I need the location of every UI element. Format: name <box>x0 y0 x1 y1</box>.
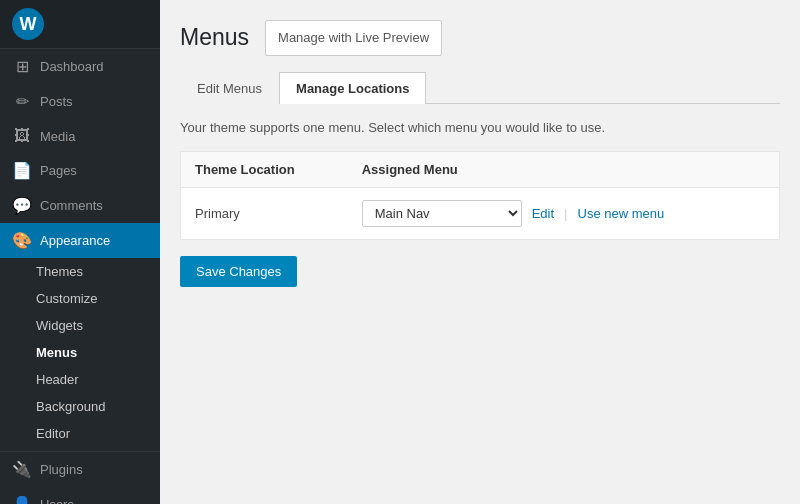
sidebar-item-posts[interactable]: ✏ Posts <box>0 84 160 119</box>
comments-icon: 💬 <box>12 196 32 215</box>
menu-select[interactable]: Main Nav <box>362 200 522 227</box>
sidebar-sub-item-editor[interactable]: Editor <box>0 420 160 447</box>
sidebar-item-pages[interactable]: 📄 Pages <box>0 153 160 188</box>
sidebar-logo: W <box>0 0 160 49</box>
use-new-menu-link[interactable]: Use new menu <box>578 206 665 221</box>
menu-table: Theme Location Assigned Menu Primary Mai… <box>180 151 780 240</box>
sidebar-item-plugins[interactable]: 🔌 Plugins <box>0 452 160 487</box>
pages-icon: 📄 <box>12 161 32 180</box>
appearance-icon: 🎨 <box>12 231 32 250</box>
page-title: Menus <box>180 23 249 53</box>
live-preview-button[interactable]: Manage with Live Preview <box>265 20 442 56</box>
posts-icon: ✏ <box>12 92 32 111</box>
main-content: Menus Manage with Live Preview Edit Menu… <box>160 0 800 504</box>
tab-manage-locations[interactable]: Manage Locations <box>279 72 426 104</box>
sidebar-item-media[interactable]: 🖼 Media <box>0 119 160 153</box>
sidebar-sub-item-menus[interactable]: Menus <box>0 339 160 366</box>
dashboard-icon: ⊞ <box>12 57 32 76</box>
location-cell: Primary <box>181 188 348 240</box>
sidebar-item-label: Media <box>40 129 75 144</box>
users-icon: 👤 <box>12 495 32 504</box>
edit-link[interactable]: Edit <box>532 206 554 221</box>
tab-edit-menus[interactable]: Edit Menus <box>180 72 279 104</box>
col-theme-location: Theme Location <box>181 152 348 188</box>
content-area: Your theme supports one menu. Select whi… <box>180 120 780 287</box>
sidebar-item-label: Users <box>40 497 74 504</box>
sidebar-item-dashboard[interactable]: ⊞ Dashboard <box>0 49 160 84</box>
sidebar-item-label: Appearance <box>40 233 110 248</box>
sidebar-item-users[interactable]: 👤 Users <box>0 487 160 504</box>
pipe-separator: | <box>564 206 567 221</box>
col-assigned-menu: Assigned Menu <box>348 152 780 188</box>
sidebar-sub-item-background[interactable]: Background <box>0 393 160 420</box>
tab-bar: Edit Menus Manage Locations <box>180 72 780 104</box>
save-changes-button[interactable]: Save Changes <box>180 256 297 287</box>
sidebar-sub-item-widgets[interactable]: Widgets <box>0 312 160 339</box>
description-text: Your theme supports one menu. Select whi… <box>180 120 780 135</box>
sidebar: W ⊞ Dashboard ✏ Posts 🖼 Media 📄 Pages 💬 … <box>0 0 160 504</box>
assigned-menu-cell: Main Nav Edit | Use new menu <box>348 188 780 240</box>
table-row: Primary Main Nav Edit | Use new menu <box>181 188 780 240</box>
sidebar-item-appearance[interactable]: 🎨 Appearance <box>0 223 160 258</box>
sidebar-sub-item-customize[interactable]: Customize <box>0 285 160 312</box>
plugins-icon: 🔌 <box>12 460 32 479</box>
assigned-menu-controls: Main Nav Edit | Use new menu <box>362 200 765 227</box>
sidebar-item-label: Pages <box>40 163 77 178</box>
sidebar-item-label: Posts <box>40 94 73 109</box>
media-icon: 🖼 <box>12 127 32 145</box>
sidebar-sub-item-themes[interactable]: Themes <box>0 258 160 285</box>
sidebar-item-label: Plugins <box>40 462 83 477</box>
sidebar-item-label: Dashboard <box>40 59 104 74</box>
sidebar-item-comments[interactable]: 💬 Comments <box>0 188 160 223</box>
sidebar-item-label: Comments <box>40 198 103 213</box>
page-header: Menus Manage with Live Preview <box>180 20 780 56</box>
sidebar-sub-item-header[interactable]: Header <box>0 366 160 393</box>
wp-logo-icon: W <box>12 8 44 40</box>
